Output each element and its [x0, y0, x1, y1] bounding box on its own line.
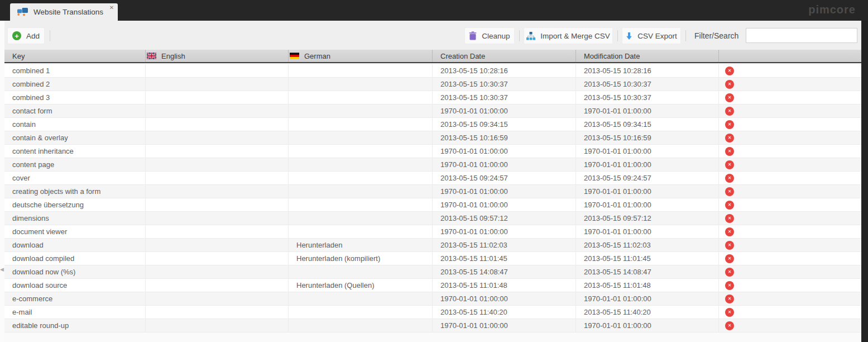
cell-modification[interactable]: 1970-01-01 01:00:00	[576, 292, 719, 305]
cell-key[interactable]: content page	[4, 158, 146, 171]
cell-german[interactable]	[289, 292, 433, 305]
cell-modification[interactable]: 2013-05-15 09:24:57	[576, 172, 719, 184]
table-row[interactable]: document viewer1970-01-01 01:00:001970-0…	[4, 225, 861, 239]
delete-row-icon[interactable]: ✕	[725, 174, 734, 183]
cell-modification[interactable]: 1970-01-01 01:00:00	[576, 185, 719, 198]
delete-row-icon[interactable]: ✕	[725, 254, 734, 263]
cell-creation[interactable]: 2013-05-15 10:30:37	[433, 91, 576, 104]
cell-english[interactable]	[146, 279, 289, 292]
delete-row-icon[interactable]: ✕	[725, 308, 734, 317]
cell-english[interactable]	[146, 319, 289, 332]
cell-german[interactable]	[289, 145, 433, 158]
cell-german[interactable]	[289, 212, 433, 225]
cell-german[interactable]: Herunterladen	[289, 239, 433, 251]
table-row[interactable]: editable round-up1970-01-01 01:00:001970…	[4, 319, 861, 332]
column-header-german[interactable]: German	[289, 50, 433, 62]
cell-modification[interactable]: 2013-05-15 10:30:37	[576, 78, 719, 91]
table-row[interactable]: combined 32013-05-15 10:30:372013-05-15 …	[4, 91, 861, 104]
cell-english[interactable]	[146, 172, 289, 184]
table-row[interactable]: contact form1970-01-01 01:00:001970-01-0…	[4, 104, 861, 118]
cell-modification[interactable]: 1970-01-01 01:00:00	[576, 104, 719, 117]
cell-english[interactable]	[146, 265, 289, 278]
cell-creation[interactable]: 1970-01-01 01:00:00	[433, 158, 576, 171]
cell-key[interactable]: contact form	[4, 104, 146, 117]
cell-english[interactable]	[146, 91, 289, 104]
tab-close-icon[interactable]: ✕	[109, 5, 114, 11]
delete-row-icon[interactable]: ✕	[725, 107, 734, 116]
delete-row-icon[interactable]: ✕	[725, 241, 734, 250]
cell-modification[interactable]: 2013-05-15 10:30:37	[576, 91, 719, 104]
cell-german[interactable]	[289, 225, 433, 238]
cell-german[interactable]: Herunterladen (kompiliert)	[289, 252, 433, 265]
cell-german[interactable]	[289, 306, 433, 319]
cell-creation[interactable]: 2013-05-15 09:57:12	[433, 212, 576, 225]
import-merge-csv-button[interactable]: Import & Merge CSV	[524, 27, 613, 44]
cell-creation[interactable]: 2013-05-15 11:01:45	[433, 252, 576, 265]
cell-english[interactable]	[146, 225, 289, 238]
cell-creation[interactable]: 1970-01-01 01:00:00	[433, 319, 576, 332]
cell-creation[interactable]: 1970-01-01 01:00:00	[433, 198, 576, 211]
column-header-key[interactable]: Key	[4, 50, 146, 62]
cell-german[interactable]	[289, 172, 433, 184]
cell-modification[interactable]: 2013-05-15 11:01:48	[576, 279, 719, 292]
delete-row-icon[interactable]: ✕	[725, 321, 734, 330]
table-row[interactable]: contain & overlay2013-05-15 10:16:592013…	[4, 131, 861, 145]
cell-creation[interactable]: 1970-01-01 01:00:00	[433, 225, 576, 238]
csv-export-button[interactable]: CSV Export	[622, 27, 681, 44]
delete-row-icon[interactable]: ✕	[725, 281, 734, 290]
cell-english[interactable]	[146, 239, 289, 251]
cell-key[interactable]: contain & overlay	[4, 131, 146, 144]
cell-key[interactable]: cover	[4, 172, 146, 184]
table-row[interactable]: combined 12013-05-15 10:28:162013-05-15 …	[4, 64, 861, 78]
delete-row-icon[interactable]: ✕	[725, 120, 734, 129]
table-row[interactable]: download compiledHerunterladen (kompilie…	[4, 252, 861, 265]
cell-german[interactable]	[289, 319, 433, 332]
cell-english[interactable]	[146, 252, 289, 265]
delete-row-icon[interactable]: ✕	[725, 227, 734, 236]
cell-modification[interactable]: 2013-05-15 10:28:16	[576, 64, 719, 77]
cell-modification[interactable]: 1970-01-01 01:00:00	[576, 158, 719, 171]
table-row[interactable]: download sourceHerunterladen (Quellen)20…	[4, 279, 861, 292]
cell-creation[interactable]: 2013-05-15 09:24:57	[433, 172, 576, 184]
delete-row-icon[interactable]: ✕	[725, 294, 734, 303]
column-header-english[interactable]: English	[146, 50, 289, 62]
cell-modification[interactable]: 2013-05-15 09:57:12	[576, 212, 719, 225]
cell-german[interactable]	[289, 78, 433, 91]
delete-row-icon[interactable]: ✕	[725, 160, 734, 169]
column-header-creation-date[interactable]: Creation Date	[433, 50, 576, 62]
cell-german[interactable]	[289, 198, 433, 211]
cell-modification[interactable]: 2013-05-15 11:40:20	[576, 306, 719, 319]
cell-german[interactable]: Herunterladen (Quellen)	[289, 279, 433, 292]
cell-english[interactable]	[146, 306, 289, 319]
table-row[interactable]: combined 22013-05-15 10:30:372013-05-15 …	[4, 78, 861, 91]
cleanup-button[interactable]: Cleanup	[464, 27, 515, 44]
cell-modification[interactable]: 1970-01-01 01:00:00	[576, 198, 719, 211]
cell-german[interactable]	[289, 185, 433, 198]
cell-english[interactable]	[146, 118, 289, 131]
cell-modification[interactable]: 1970-01-01 01:00:00	[576, 145, 719, 158]
table-row[interactable]: cover2013-05-15 09:24:572013-05-15 09:24…	[4, 172, 861, 185]
cell-modification[interactable]: 2013-05-15 14:08:47	[576, 265, 719, 278]
cell-key[interactable]: creating objects with a form	[4, 185, 146, 198]
cell-english[interactable]	[146, 198, 289, 211]
delete-row-icon[interactable]: ✕	[725, 147, 734, 156]
cell-modification[interactable]: 1970-01-01 01:00:00	[576, 319, 719, 332]
cell-english[interactable]	[146, 78, 289, 91]
cell-german[interactable]	[289, 64, 433, 77]
cell-english[interactable]	[146, 131, 289, 144]
cell-creation[interactable]: 2013-05-15 10:16:59	[433, 131, 576, 144]
cell-key[interactable]: editable round-up	[4, 319, 146, 332]
cell-english[interactable]	[146, 145, 289, 158]
column-header-modification-date[interactable]: Modification Date	[576, 50, 719, 62]
cell-creation[interactable]: 1970-01-01 01:00:00	[433, 292, 576, 305]
cell-german[interactable]	[289, 131, 433, 144]
tab-website-translations[interactable]: Website Translations ✕	[10, 3, 118, 21]
cell-english[interactable]	[146, 212, 289, 225]
cell-german[interactable]	[289, 104, 433, 117]
cell-creation[interactable]: 2013-05-15 10:28:16	[433, 64, 576, 77]
cell-creation[interactable]: 1970-01-01 01:00:00	[433, 185, 576, 198]
cell-creation[interactable]: 2013-05-15 11:01:48	[433, 279, 576, 292]
cell-key[interactable]: download now (%s)	[4, 265, 146, 278]
cell-key[interactable]: download	[4, 239, 146, 251]
cell-creation[interactable]: 2013-05-15 11:40:20	[433, 306, 576, 319]
